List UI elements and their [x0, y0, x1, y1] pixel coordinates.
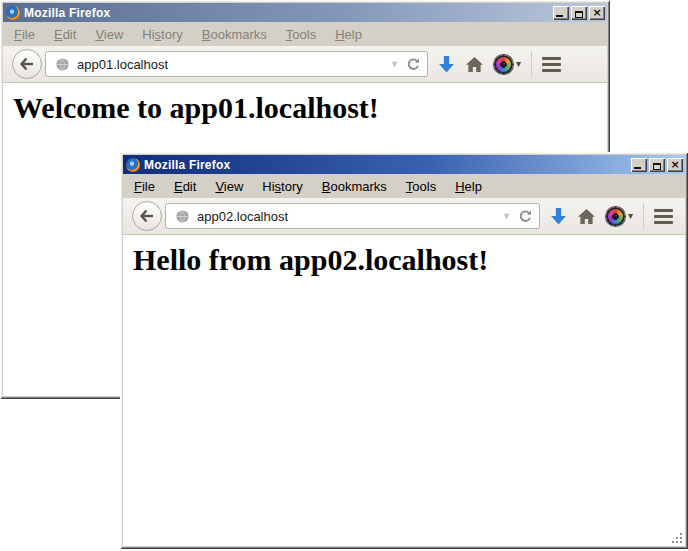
globe-icon [55, 57, 70, 72]
navigation-toolbar: app02.localhost ▼ ▾ [123, 198, 685, 235]
menu-icon [542, 57, 561, 60]
url-text[interactable]: app02.localhost [197, 209, 495, 224]
navigation-toolbar: app01.localhost ▼ ▾ [3, 46, 607, 83]
close-button[interactable]: × [589, 6, 605, 20]
menu-bookmarks[interactable]: Bookmarks [194, 24, 275, 45]
home-button[interactable] [577, 208, 596, 225]
menu-edit[interactable]: Edit [46, 24, 84, 45]
maximize-icon [575, 11, 583, 18]
resize-grip[interactable] [671, 532, 684, 545]
maximize-button[interactable] [649, 158, 665, 172]
reload-button[interactable] [518, 209, 533, 224]
globe-icon [175, 209, 190, 224]
back-icon [19, 56, 35, 72]
urlbar-dropdown-icon[interactable]: ▼ [390, 60, 399, 69]
menu-bar: File Edit View History Bookmarks Tools H… [123, 174, 685, 198]
back-icon [139, 208, 155, 224]
window-title: Mozilla Firefox [144, 158, 627, 172]
maximize-icon [653, 163, 661, 170]
minimize-icon [556, 15, 563, 17]
menu-button[interactable] [542, 57, 561, 72]
close-icon: × [592, 7, 601, 19]
toolbar-separator [643, 203, 644, 229]
menu-tools[interactable]: Tools [398, 176, 444, 197]
url-bar[interactable]: app01.localhost ▼ [45, 51, 428, 77]
urlbar-dropdown-icon[interactable]: ▼ [502, 212, 511, 221]
menu-edit[interactable]: Edit [166, 176, 204, 197]
menu-button[interactable] [654, 209, 673, 224]
menu-file[interactable]: File [126, 176, 163, 197]
close-button[interactable]: × [667, 158, 683, 172]
menu-view[interactable]: View [87, 24, 131, 45]
titlebar[interactable]: Mozilla Firefox × [3, 3, 607, 22]
menu-bar: File Edit View History Bookmarks Tools H… [3, 22, 607, 46]
colorwheel-icon [606, 207, 625, 226]
home-icon [465, 56, 484, 73]
menu-history[interactable]: History [134, 24, 190, 45]
maximize-button[interactable] [571, 6, 587, 20]
download-button[interactable] [438, 55, 455, 74]
download-icon [438, 55, 455, 74]
url-text[interactable]: app01.localhost [77, 57, 383, 72]
browser-window-app02: Mozilla Firefox × File Edit View History… [120, 152, 688, 549]
back-button[interactable] [132, 201, 162, 231]
minimize-icon [634, 167, 641, 169]
download-button[interactable] [550, 207, 567, 226]
download-icon [550, 207, 567, 226]
extension-button[interactable]: ▾ [494, 55, 521, 74]
url-bar[interactable]: app02.localhost ▼ [165, 203, 540, 229]
chevron-down-icon: ▾ [516, 59, 521, 69]
minimize-button[interactable] [631, 158, 647, 172]
firefox-icon [126, 158, 140, 172]
page-content-app02: Hello from app02.localhost! [123, 235, 685, 546]
window-title: Mozilla Firefox [24, 6, 549, 20]
reload-icon [518, 209, 533, 224]
page-heading: Welcome to app01.localhost! [13, 91, 607, 125]
menu-help[interactable]: Help [327, 24, 370, 45]
close-icon: × [670, 159, 679, 171]
menu-history[interactable]: History [254, 176, 310, 197]
menu-icon [654, 209, 673, 212]
toolbar-separator [531, 51, 532, 77]
page-heading: Hello from app02.localhost! [133, 243, 685, 277]
menu-file[interactable]: File [6, 24, 43, 45]
reload-icon [406, 57, 421, 72]
menu-bookmarks[interactable]: Bookmarks [314, 176, 395, 197]
colorwheel-icon [494, 55, 513, 74]
chevron-down-icon: ▾ [628, 211, 633, 221]
titlebar[interactable]: Mozilla Firefox × [123, 155, 685, 174]
menu-help[interactable]: Help [447, 176, 490, 197]
back-button[interactable] [12, 49, 42, 79]
extension-button[interactable]: ▾ [606, 207, 633, 226]
menu-view[interactable]: View [207, 176, 251, 197]
home-icon [577, 208, 596, 225]
firefox-icon [6, 6, 20, 20]
home-button[interactable] [465, 56, 484, 73]
minimize-button[interactable] [553, 6, 569, 20]
menu-tools[interactable]: Tools [278, 24, 324, 45]
reload-button[interactable] [406, 57, 421, 72]
